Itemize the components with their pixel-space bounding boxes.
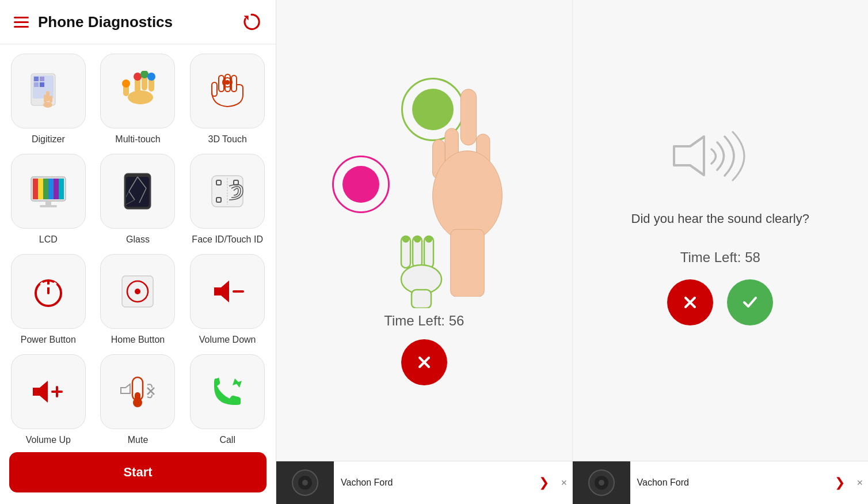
right-panels: Time Left: 56 (276, 0, 868, 504)
powerbutton-label: Power Button (21, 335, 76, 345)
lcd-label: LCD (39, 234, 58, 245)
digitizer-icon-box (11, 54, 86, 128)
x-icon (414, 352, 435, 373)
ad-close-2[interactable]: ✕ (852, 473, 868, 492)
sidebar: Phone Diagnostics (0, 0, 276, 504)
3dtouch-label: 3D Touch (208, 134, 247, 145)
grid-item-digitizer[interactable]: Digitizer (7, 54, 90, 145)
mute-icon (117, 372, 158, 412)
volumeup-icon-box (11, 354, 86, 429)
touch-panel-ad: Vachon Ford ❯ ✕ (276, 461, 572, 504)
faceid-label: Face ID/Touch ID (192, 234, 263, 245)
grid-item-multitouch[interactable]: Multi-touch (97, 54, 180, 145)
sound-pass-button[interactable] (727, 279, 773, 325)
homebutton-icon-box (100, 254, 175, 329)
ad-brand-2: Vachon Ford (637, 478, 689, 488)
grid-item-volumeup[interactable]: Volume Up (7, 354, 90, 445)
three-finger-image (390, 233, 459, 308)
grid-item-homebutton[interactable]: Home Button (97, 254, 180, 345)
svg-point-85 (302, 480, 308, 486)
grid-item-glass[interactable]: Glass (97, 154, 180, 245)
call-icon-box (190, 354, 265, 429)
tire-image-2 (578, 465, 625, 500)
ad-image-2 (573, 461, 630, 505)
sound-action-buttons (667, 279, 773, 325)
call-icon (207, 372, 248, 412)
svg-point-18 (122, 79, 130, 88)
svg-point-91 (599, 480, 604, 486)
svg-point-78 (426, 236, 432, 242)
ad-text-2: Vachon Ford ❯ (630, 471, 852, 495)
svg-rect-6 (40, 82, 44, 87)
sound-question: Did you hear the sound clearly? (631, 211, 809, 226)
3dtouch-icon (207, 71, 248, 111)
ad-arrow-2[interactable]: ❯ (835, 475, 845, 490)
grid-item-3dtouch[interactable]: 3D Touch (186, 54, 269, 145)
volumeup-icon (28, 372, 68, 412)
faceid-icon-box (190, 154, 265, 229)
ad-brand-1: Vachon Ford (341, 478, 393, 488)
svg-rect-5 (34, 82, 39, 87)
svg-point-61 (133, 398, 142, 407)
svg-point-10 (43, 102, 52, 108)
grid-item-powerbutton[interactable]: Power Button (7, 254, 90, 345)
ad-text-1: Vachon Ford ❯ (334, 471, 556, 495)
volumeup-label: Volume Up (26, 435, 71, 445)
diagnostics-grid: Digitizer (0, 44, 276, 445)
mute-icon-box (100, 354, 175, 429)
svg-rect-67 (460, 89, 476, 145)
svg-marker-54 (214, 281, 229, 302)
svg-point-16 (147, 73, 155, 81)
ad-close-1[interactable]: ✕ (556, 473, 572, 492)
svg-marker-86 (674, 137, 704, 175)
touch-action-buttons (401, 339, 447, 385)
3dtouch-icon-box (190, 54, 265, 128)
grid: Digitizer (7, 54, 269, 445)
tire-image (282, 465, 328, 500)
svg-rect-3 (34, 77, 39, 81)
multitouch-label: Multi-touch (115, 134, 160, 145)
touch-test-panel: Time Left: 56 (276, 0, 573, 504)
touch-fail-button[interactable] (401, 339, 447, 385)
svg-rect-80 (412, 290, 431, 308)
grid-item-volumedown[interactable]: Volume Down (186, 254, 269, 345)
ad-arrow-1[interactable]: ❯ (539, 475, 549, 490)
svg-rect-28 (33, 179, 38, 199)
svg-rect-32 (54, 179, 59, 199)
sound-panel-ad: Vachon Ford ❯ ✕ (573, 461, 869, 504)
homebutton-label: Home Button (111, 335, 165, 345)
svg-marker-56 (33, 381, 48, 403)
grid-item-lcd[interactable]: LCD (7, 154, 90, 245)
svg-rect-30 (43, 179, 48, 199)
svg-point-12 (134, 73, 142, 81)
homebutton-icon (117, 271, 158, 312)
svg-rect-4 (40, 77, 44, 81)
refresh-icon[interactable] (241, 12, 262, 32)
svg-rect-29 (38, 179, 43, 199)
call-label: Call (219, 435, 235, 445)
start-button[interactable]: Start (9, 452, 267, 492)
multitouch-icon-box (100, 54, 175, 128)
grid-item-call[interactable]: Call (186, 354, 269, 445)
svg-marker-62 (121, 384, 130, 393)
svg-rect-9 (50, 96, 52, 103)
svg-rect-31 (48, 179, 54, 199)
svg-rect-34 (45, 201, 51, 206)
svg-point-25 (225, 80, 230, 85)
sound-icon-area (657, 126, 783, 198)
hamburger-menu[interactable] (14, 17, 29, 28)
x-icon-sound (680, 292, 701, 313)
sound-time-left: Time Left: 58 (680, 249, 760, 266)
grid-item-faceid[interactable]: Face ID/Touch ID (186, 154, 269, 245)
glass-icon-box (100, 154, 175, 229)
svg-rect-33 (59, 179, 64, 199)
sound-fail-button[interactable] (667, 279, 713, 325)
svg-point-76 (403, 236, 409, 242)
svg-rect-8 (44, 94, 47, 103)
grid-item-mute[interactable]: Mute (97, 354, 180, 445)
mute-label: Mute (128, 435, 149, 445)
powerbutton-icon (28, 271, 68, 312)
volumedown-icon (207, 271, 248, 312)
multitouch-icon (117, 71, 158, 111)
sound-icon (657, 126, 783, 195)
